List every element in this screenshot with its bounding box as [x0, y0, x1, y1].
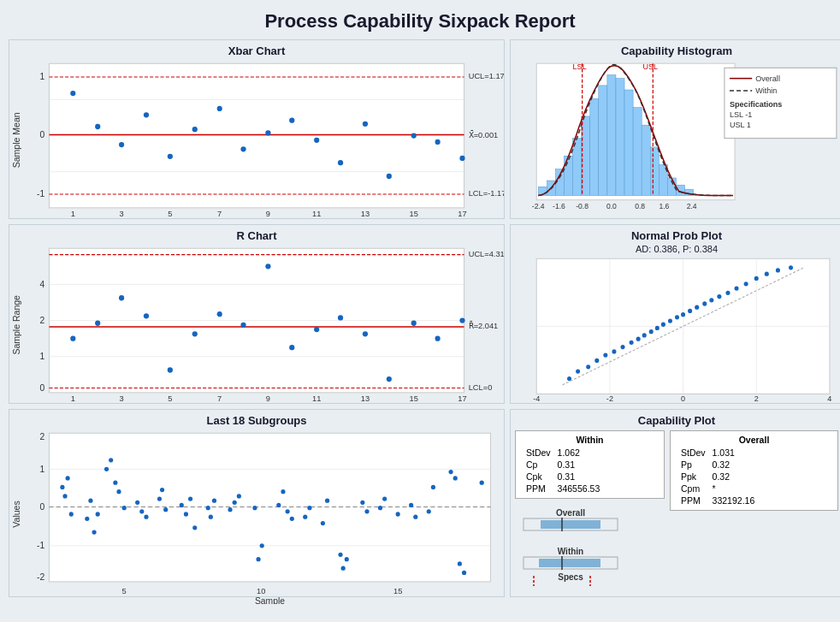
svg-text:LCL=0: LCL=0 [469, 383, 493, 392]
normprob-area: -4 -2 0 2 4 [511, 254, 840, 403]
svg-point-89 [168, 367, 173, 372]
svg-text:2.4: 2.4 [687, 202, 697, 210]
svg-text:11: 11 [312, 394, 321, 403]
svg-point-141 [688, 309, 692, 313]
overall-ppm-label: PPM [677, 495, 709, 506]
histogram-title: Capability Histogram [621, 44, 732, 57]
cpk-value: 0.31 [554, 471, 604, 483]
svg-point-127 [586, 364, 590, 369]
overall-stats-block: Overall StDev1.031 Pp0.32 Ppk0.32 Cpm* P… [670, 430, 838, 592]
svg-text:0.8: 0.8 [635, 202, 645, 210]
svg-point-151 [776, 268, 780, 272]
svg-point-213 [427, 509, 431, 513]
svg-text:15: 15 [410, 394, 418, 403]
svg-point-178 [144, 515, 148, 519]
svg-point-125 [567, 376, 571, 381]
svg-point-198 [290, 517, 294, 521]
svg-point-23 [459, 156, 464, 161]
svg-point-150 [765, 272, 769, 276]
ppk-value: 0.32 [709, 471, 759, 483]
svg-text:LSL: LSL [573, 62, 587, 71]
svg-text:Overall: Overall [755, 74, 780, 83]
svg-point-171 [104, 467, 109, 471]
svg-point-193 [256, 557, 260, 561]
svg-point-8 [95, 124, 100, 129]
ppk-label: Ppk [677, 471, 709, 483]
svg-point-182 [180, 503, 184, 507]
svg-point-10 [144, 112, 149, 117]
svg-text:Within: Within [755, 86, 777, 95]
subgroups-title: Last 18 Subgroups [206, 414, 306, 427]
svg-text:-1: -1 [37, 189, 44, 198]
svg-rect-52 [633, 108, 642, 196]
svg-text:Sample Mean: Sample Mean [12, 112, 21, 168]
svg-point-88 [144, 313, 149, 318]
overall-table: Overall StDev1.031 Pp0.32 Ppk0.32 Cpm* P… [670, 430, 838, 511]
svg-point-166 [69, 512, 74, 516]
svg-point-174 [116, 489, 121, 494]
svg-rect-53 [642, 125, 650, 195]
within-stats-block: Within StDev1.062 Cp0.31 Cpk0.31 PPM3465… [515, 430, 665, 592]
xbar-chart-area: 1 0 -1 1 3 5 7 9 11 13 15 17 Sample Mean… [9, 59, 504, 226]
svg-point-137 [661, 323, 665, 327]
svg-text:UCL=4.315: UCL=4.315 [469, 250, 504, 258]
svg-point-202 [325, 499, 329, 503]
svg-point-187 [209, 515, 213, 519]
svg-text:-1: -1 [37, 541, 44, 550]
svg-text:9: 9 [266, 210, 270, 218]
svg-text:Specifications: Specifications [730, 100, 782, 109]
svg-rect-49 [607, 75, 616, 196]
svg-point-9 [119, 142, 124, 147]
svg-text:Within: Within [558, 547, 583, 556]
svg-text:4: 4 [40, 279, 45, 288]
cp-label: Cp [523, 459, 554, 471]
svg-point-164 [62, 494, 67, 498]
svg-point-179 [157, 496, 162, 501]
svg-point-170 [96, 512, 100, 516]
svg-point-135 [649, 329, 654, 334]
svg-text:0: 0 [40, 383, 45, 393]
svg-point-132 [630, 341, 634, 345]
svg-text:3: 3 [119, 394, 123, 403]
svg-text:LSL   -1: LSL -1 [730, 110, 752, 119]
svg-point-97 [363, 331, 368, 336]
ppm-value: 346556.53 [554, 483, 604, 495]
svg-text:0: 0 [40, 130, 45, 139]
svg-rect-47 [590, 98, 599, 195]
histogram-area: LSL USL -2.4 -1.6 -0.8 0.0 0.8 1.6 2.4 O… [511, 59, 840, 222]
svg-point-146 [725, 291, 730, 295]
svg-point-217 [458, 561, 462, 566]
svg-point-142 [695, 305, 699, 310]
svg-point-195 [276, 503, 281, 507]
svg-point-128 [595, 358, 599, 363]
svg-point-167 [85, 517, 89, 521]
svg-point-185 [192, 525, 197, 530]
svg-text:0: 0 [40, 502, 45, 512]
svg-point-18 [338, 160, 343, 165]
svg-point-15 [265, 130, 270, 135]
svg-point-86 [95, 321, 100, 326]
svg-rect-234 [541, 520, 600, 529]
svg-point-204 [341, 566, 346, 571]
svg-text:-0.8: -0.8 [576, 202, 589, 210]
svg-text:Sample Range: Sample Range [12, 295, 21, 355]
svg-text:2: 2 [754, 394, 759, 403]
svg-text:UCL=1.178: UCL=1.178 [469, 72, 504, 80]
capability-plot-title: Capability Plot [511, 414, 840, 427]
svg-point-173 [113, 481, 117, 485]
svg-text:17: 17 [458, 394, 466, 403]
svg-rect-48 [599, 86, 607, 196]
svg-point-93 [265, 264, 270, 269]
histogram-panel: Capability Histogram [510, 39, 840, 219]
svg-point-163 [60, 485, 64, 489]
within-table-title: Within [523, 435, 657, 445]
overall-ppm-value: 332192.16 [709, 495, 759, 506]
svg-point-192 [252, 506, 257, 510]
svg-rect-45 [573, 139, 582, 196]
overall-stdev-label: StDev [677, 447, 709, 459]
svg-text:13: 13 [361, 394, 370, 403]
overall-table-title: Overall [677, 435, 831, 445]
svg-point-19 [363, 121, 368, 127]
svg-point-143 [702, 301, 707, 305]
svg-point-148 [744, 281, 748, 286]
